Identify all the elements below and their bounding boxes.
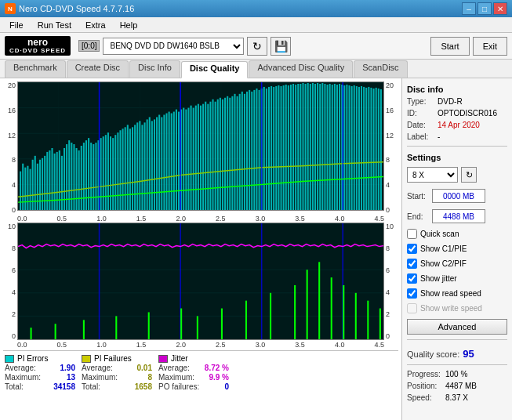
svg-rect-149 — [343, 85, 345, 210]
svg-rect-78 — [171, 114, 172, 210]
pi-failures-max-label: Maximum: — [82, 373, 118, 382]
exit-button[interactable]: Exit — [473, 37, 507, 56]
pi-errors-legend-label: PI Errors — [17, 354, 48, 363]
svg-rect-51 — [105, 135, 107, 210]
svg-rect-39 — [76, 148, 78, 210]
svg-rect-193 — [331, 277, 332, 339]
svg-rect-70 — [151, 121, 153, 210]
svg-rect-146 — [336, 85, 338, 210]
svg-rect-83 — [183, 108, 184, 210]
menu-run-test[interactable]: Run Test — [31, 19, 78, 31]
tab-disc-info[interactable]: Disc Info — [129, 60, 180, 78]
svg-rect-164 — [380, 89, 382, 210]
tab-benchmark[interactable]: Benchmark — [5, 60, 66, 78]
menu-file[interactable]: File — [3, 19, 30, 31]
window-controls: – □ ✕ — [462, 2, 507, 15]
svg-rect-93 — [207, 104, 209, 210]
menu-help[interactable]: Help — [114, 19, 144, 31]
show-c1-pie-checkbox[interactable] — [407, 244, 417, 254]
start-field[interactable] — [432, 189, 485, 203]
checkbox-show-write-speed: Show write speed — [407, 303, 507, 313]
svg-rect-182 — [83, 320, 85, 339]
maximize-button[interactable]: □ — [478, 2, 492, 15]
svg-rect-88 — [195, 106, 197, 210]
divider-3 — [407, 364, 507, 365]
svg-rect-192 — [318, 262, 320, 339]
pi-failures-avg-label: Average: — [82, 364, 113, 372]
tab-disc-quality[interactable]: Disc Quality — [181, 61, 249, 78]
show-read-speed-checkbox[interactable] — [407, 288, 417, 299]
show-jitter-checkbox[interactable] — [407, 273, 417, 284]
po-failures-value: 0 — [224, 382, 229, 391]
svg-rect-17 — [22, 164, 24, 210]
svg-rect-132 — [302, 83, 303, 210]
svg-rect-162 — [376, 88, 377, 210]
disc-date-value: 14 Apr 2020 — [438, 121, 480, 129]
save-button[interactable]: 💾 — [271, 37, 291, 56]
svg-rect-49 — [100, 138, 102, 210]
disc-id-value: OPTODISCR016 — [438, 109, 497, 118]
svg-rect-47 — [95, 143, 96, 210]
svg-rect-26 — [44, 156, 45, 210]
svg-rect-111 — [251, 92, 252, 210]
svg-rect-95 — [212, 100, 213, 210]
tab-create-disc[interactable]: Create Disc — [67, 60, 129, 78]
svg-rect-153 — [354, 85, 355, 210]
menu-extra[interactable]: Extra — [79, 19, 112, 31]
tab-advanced-disc-quality[interactable]: Advanced Disc Quality — [249, 60, 353, 78]
svg-rect-187 — [221, 309, 223, 339]
quick-scan-checkbox[interactable] — [407, 229, 417, 239]
drive-selector: [0:0] BENQ DVD DD DW1640 BSLB — [78, 38, 244, 55]
upper-chart-y-axis-left: 20 16 12 8 4 0 — [3, 81, 17, 214]
svg-rect-94 — [209, 102, 211, 210]
svg-rect-71 — [154, 119, 155, 210]
quality-score-row: Quality score: 95 — [407, 348, 507, 360]
pi-failures-max-value: 8 — [147, 373, 152, 382]
svg-rect-16 — [20, 172, 21, 210]
start-button[interactable]: Start — [430, 37, 469, 56]
svg-rect-123 — [280, 86, 281, 210]
svg-rect-100 — [224, 98, 226, 210]
svg-rect-133 — [305, 84, 307, 210]
svg-rect-135 — [310, 84, 311, 210]
drive-combo[interactable]: BENQ DVD DD DW1640 BSLB — [103, 38, 244, 55]
disc-date-label: Date: — [407, 121, 434, 129]
svg-rect-86 — [191, 106, 192, 210]
svg-rect-155 — [358, 87, 360, 210]
svg-rect-103 — [231, 96, 233, 210]
right-panel: Disc info Type: DVD-R ID: OPTODISCR016 D… — [402, 78, 512, 420]
svg-rect-21 — [32, 160, 34, 210]
svg-rect-151 — [348, 85, 350, 210]
svg-rect-60 — [127, 125, 129, 210]
svg-rect-55 — [114, 135, 116, 210]
advanced-button[interactable]: Advanced — [407, 319, 507, 335]
svg-rect-92 — [205, 102, 206, 210]
svg-rect-72 — [156, 117, 158, 210]
speed-combo[interactable]: 8 X — [407, 167, 458, 183]
close-button[interactable]: ✕ — [493, 2, 507, 15]
svg-rect-46 — [93, 144, 94, 210]
svg-rect-73 — [158, 114, 160, 210]
jitter-max-label: Maximum: — [158, 373, 194, 382]
upper-chart-y-axis-right: 20 16 12 8 4 0 — [384, 81, 398, 214]
refresh-button[interactable]: ↻ — [247, 37, 267, 56]
settings-refresh-btn[interactable]: ↻ — [461, 167, 477, 183]
upper-chart-x-axis: 0.0 0.5 1.0 1.5 2.0 2.5 3.0 3.5 4.0 4.5 — [3, 214, 398, 223]
svg-rect-152 — [351, 86, 353, 210]
speed-value: 8.37 X — [445, 393, 468, 402]
svg-rect-125 — [285, 85, 287, 210]
svg-rect-18 — [24, 168, 26, 210]
end-field[interactable] — [432, 209, 485, 223]
svg-rect-74 — [161, 117, 162, 210]
minimize-button[interactable]: – — [462, 2, 476, 15]
disc-info-title: Disc info — [407, 85, 507, 94]
show-c2-pif-checkbox[interactable] — [407, 259, 417, 269]
svg-rect-109 — [246, 92, 248, 210]
tab-scan-disc[interactable]: ScanDisc — [354, 60, 407, 78]
svg-rect-196 — [367, 301, 369, 339]
jitter-legend-box — [158, 355, 168, 363]
svg-rect-195 — [355, 293, 357, 339]
end-field-row: End: — [407, 209, 507, 223]
svg-rect-87 — [193, 108, 194, 210]
svg-rect-35 — [66, 144, 67, 210]
